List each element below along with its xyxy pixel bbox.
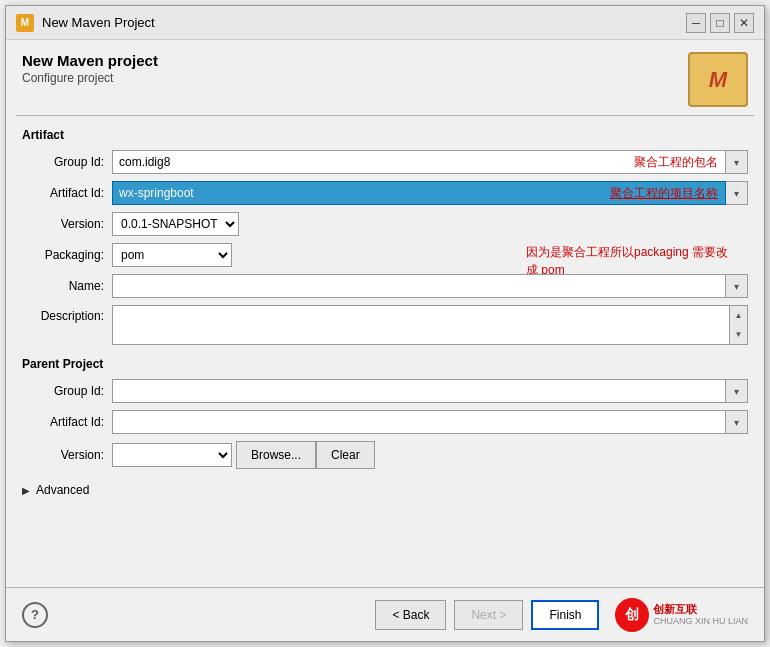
clear-button[interactable]: Clear [316,441,375,469]
group-id-row: Group Id: 聚合工程的包名 [22,150,748,174]
footer-left: ? [22,602,48,628]
maven-logo: M [688,52,748,107]
description-scroll-down[interactable]: ▼ [730,325,747,344]
parent-version-select[interactable] [112,443,232,467]
back-button[interactable]: < Back [375,600,446,630]
dialog-subtitle: Configure project [22,71,158,85]
finish-button[interactable]: Finish [531,600,599,630]
parent-project-label: Parent Project [22,357,748,371]
name-row: Name: [22,274,748,298]
artifact-id-field-wrapper [112,181,748,205]
artifact-id-input[interactable] [112,181,726,205]
parent-group-id-wrapper [112,379,748,403]
window-title: New Maven Project [42,15,155,30]
header-text: New Maven project Configure project [22,52,158,85]
name-field-wrapper [112,274,748,298]
version-row: Version: 0.0.1-SNAPSHOT [22,212,748,236]
maximize-button[interactable]: □ [710,13,730,33]
help-button[interactable]: ? [22,602,48,628]
description-field-wrapper: ▲ ▼ [112,305,748,345]
parent-artifact-id-row: Artifact Id: [22,410,748,434]
advanced-row[interactable]: ▶ Advanced [22,483,748,497]
advanced-arrow-icon: ▶ [22,485,30,496]
packaging-row: Packaging: pom jar war 因为是聚合工程所以packagin… [22,243,748,267]
dialog: M New Maven Project ─ □ ✕ New Maven proj… [5,5,765,642]
title-bar-left: M New Maven Project [16,14,155,32]
version-select[interactable]: 0.0.1-SNAPSHOT [112,212,239,236]
footer-right: < Back Next > Finish 创 创新互联 CHUANG XIN H… [375,598,748,632]
close-button[interactable]: ✕ [734,13,754,33]
description-label: Description: [22,305,112,323]
artifact-id-dropdown-arrow[interactable] [726,181,748,205]
parent-version-label: Version: [22,448,112,462]
content-area: Artifact Group Id: 聚合工程的包名 Artifact Id: … [6,116,764,587]
name-label: Name: [22,279,112,293]
parent-group-id-label: Group Id: [22,384,112,398]
brand-icon: 创 [615,598,649,632]
parent-project-section: Parent Project Group Id: Artifact Id: [22,357,748,469]
parent-group-id-dropdown[interactable] [726,379,748,403]
group-id-input[interactable] [112,150,726,174]
title-bar: M New Maven Project ─ □ ✕ [6,6,764,40]
description-scroll-up[interactable]: ▲ [730,306,747,325]
artifact-id-label: Artifact Id: [22,186,112,200]
description-textarea[interactable] [112,305,730,345]
next-button[interactable]: Next > [454,600,523,630]
parent-artifact-id-dropdown[interactable] [726,410,748,434]
advanced-label: Advanced [36,483,89,497]
browse-button[interactable]: Browse... [236,441,316,469]
parent-artifact-id-label: Artifact Id: [22,415,112,429]
parent-artifact-id-wrapper [112,410,748,434]
packaging-label: Packaging: [22,248,112,262]
header-area: New Maven project Configure project M [6,40,764,115]
parent-version-row: Version: Browse... Clear [22,441,748,469]
artifact-section-label: Artifact [22,128,748,142]
parent-group-id-row: Group Id: [22,379,748,403]
title-controls: ─ □ ✕ [686,13,754,33]
version-label: Version: [22,217,112,231]
dialog-title: New Maven project [22,52,158,69]
minimize-button[interactable]: ─ [686,13,706,33]
parent-group-id-input[interactable] [112,379,726,403]
brand-text: 创新互联 CHUANG XIN HU LIAN [653,603,748,627]
description-row: Description: ▲ ▼ [22,305,748,345]
description-scroll-arrows: ▲ ▼ [730,305,748,345]
packaging-select[interactable]: pom jar war [112,243,232,267]
maven-title-icon: M [16,14,34,32]
group-id-label: Group Id: [22,155,112,169]
group-id-field-wrapper [112,150,748,174]
brand-logo: 创 创新互联 CHUANG XIN HU LIAN [615,598,748,632]
artifact-id-row: Artifact Id: 聚合工程的项目名称 [22,181,748,205]
name-dropdown-arrow[interactable] [726,274,748,298]
footer-area: ? < Back Next > Finish 创 创新互联 CHUANG XIN… [6,587,764,641]
group-id-dropdown-arrow[interactable] [726,150,748,174]
parent-artifact-id-input[interactable] [112,410,726,434]
name-input[interactable] [112,274,726,298]
